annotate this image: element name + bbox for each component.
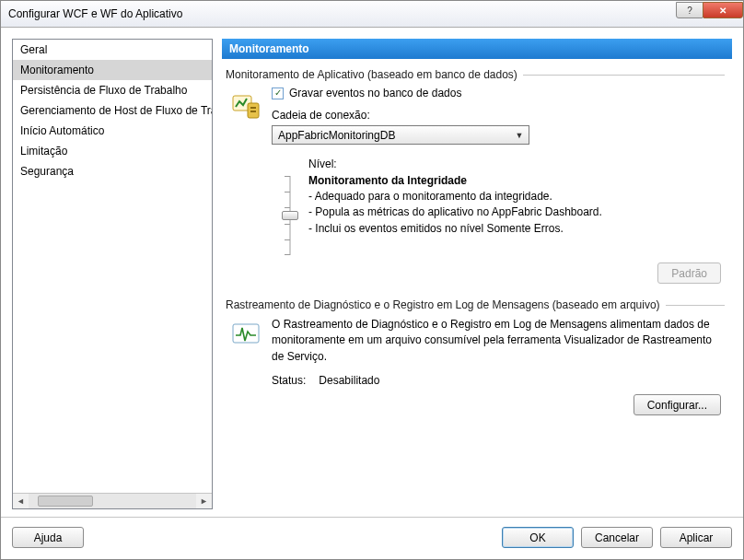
sidebar-item-label: Geral [20,43,47,56]
scroll-right-icon[interactable]: ► [196,496,212,506]
bullet: - Adequado para o monitoramento da integ… [308,189,725,204]
level-slider[interactable] [282,176,298,255]
footer: Ajuda OK Cancelar Aplicar [1,517,743,559]
diagnostic-icon [226,317,272,415]
sidebar-item-label: Monitoramento [20,64,94,76]
slider-knob[interactable] [282,211,298,220]
configure-button[interactable]: Configurar... [634,394,721,415]
help-icon[interactable]: ? [676,2,703,18]
divider [666,305,725,306]
sidebar-item-label: Segurança [20,165,74,178]
level-label: Nível: [308,158,725,170]
monitoring-icon [226,87,272,284]
group-body: Gravar eventos no banco de dados Cadeia … [226,87,725,284]
checkbox-row: Gravar eventos no banco de dados [272,87,725,99]
status-label: Status: [272,374,306,387]
page-title: Monitoramento [222,39,732,59]
configure-btn-row: Configurar... [272,394,725,415]
window-buttons: ? ✕ [677,1,743,27]
sidebar: Geral Monitoramento Persistência de Flux… [12,39,213,509]
group-content: Gravar eventos no banco de dados Cadeia … [272,87,725,284]
level-bullets: - Adequado para o monitoramento da integ… [308,189,725,237]
level-title: Monitoramento da Integridade [308,174,725,187]
sidebar-item-seguranca[interactable]: Segurança [13,161,212,181]
svg-rect-2 [250,107,256,109]
sidebar-hscroll[interactable]: ◄ ► [13,493,212,508]
sidebar-item-monitoramento[interactable]: Monitoramento [13,60,212,80]
window-title: Configurar WCF e WF do Aplicativo [8,7,677,20]
sidebar-item-geral[interactable]: Geral [13,40,212,60]
divider [523,75,725,76]
scroll-thumb[interactable] [38,496,93,507]
sidebar-item-gerenciamento-host[interactable]: Gerenciamento de Host de Fluxo de Trabal… [13,100,212,121]
conn-label: Cadeia de conexão: [272,109,725,122]
bullet: - Inclui os eventos emitidos no nível So… [308,221,725,237]
checkbox-record-events[interactable] [272,88,284,99]
ok-button[interactable]: OK [502,527,574,548]
level-block: Nível: Monitoramento da Integridade - Ad… [272,158,725,255]
cancel-button[interactable]: Cancelar [581,527,653,548]
sidebar-item-limitacao[interactable]: Limitação [13,141,212,161]
svg-rect-3 [250,111,256,112]
sidebar-list: Geral Monitoramento Persistência de Flux… [13,40,212,493]
level-text: Nível: Monitoramento da Integridade - Ad… [308,158,725,255]
group-title-row: Rastreamento de Diagnóstico e o Registro… [226,298,725,311]
sidebar-item-label: Início Automático [20,124,104,137]
sidebar-item-label: Limitação [20,145,67,158]
group-diagnostic: Rastreamento de Diagnóstico e o Registro… [226,298,725,415]
apply-button[interactable]: Aplicar [660,527,732,548]
connection-combo[interactable]: AppFabricMonitoringDB ▼ [272,125,529,145]
chevron-down-icon: ▼ [512,131,527,140]
group-title: Rastreamento de Diagnóstico e o Registro… [226,298,660,311]
main-area: Geral Monitoramento Persistência de Flux… [1,28,743,517]
group-app-monitoring: Monitoramento de Aplicativo (baseado em … [226,68,725,284]
default-btn-row: Padrão [272,262,725,284]
panel: Monitoramento de Aplicativo (baseado em … [222,59,732,509]
titlebar: Configurar WCF e WF do Aplicativo ? ✕ [1,1,743,28]
slider-column [272,158,308,255]
sidebar-item-label: Persistência de Fluxo de Trabalho [20,84,187,97]
dialog-body: Geral Monitoramento Persistência de Flux… [1,28,743,559]
checkbox-label: Gravar eventos no banco de dados [289,87,461,99]
sidebar-item-inicio-automatico[interactable]: Início Automático [13,121,212,141]
scroll-track[interactable] [29,494,196,508]
status-value: Desabilitado [319,374,379,387]
bullet: - Popula as métricas do aplicativo no Ap… [308,204,725,220]
sidebar-item-label: Gerenciamento de Host de Fluxo de Trabal… [20,104,212,117]
diagnostic-desc: O Rastreamento de Diagnóstico e o Regist… [272,317,725,365]
close-icon[interactable]: ✕ [703,2,743,18]
combo-value: AppFabricMonitoringDB [278,129,512,142]
status-row: Status: Desabilitado [272,374,725,387]
dialog-window: Configurar WCF e WF do Aplicativo ? ✕ Ge… [0,0,744,560]
content-area: Monitoramento Monitoramento de Aplicativ… [222,39,732,509]
group-content: O Rastreamento de Diagnóstico e o Regist… [272,317,725,415]
help-button[interactable]: Ajuda [12,527,84,548]
sidebar-item-persistencia[interactable]: Persistência de Fluxo de Trabalho [13,80,212,100]
default-button: Padrão [657,262,721,284]
group-body: O Rastreamento de Diagnóstico e o Regist… [226,317,725,415]
group-title-row: Monitoramento de Aplicativo (baseado em … [226,68,725,81]
scroll-left-icon[interactable]: ◄ [13,496,29,506]
group-title: Monitoramento de Aplicativo (baseado em … [226,68,517,81]
